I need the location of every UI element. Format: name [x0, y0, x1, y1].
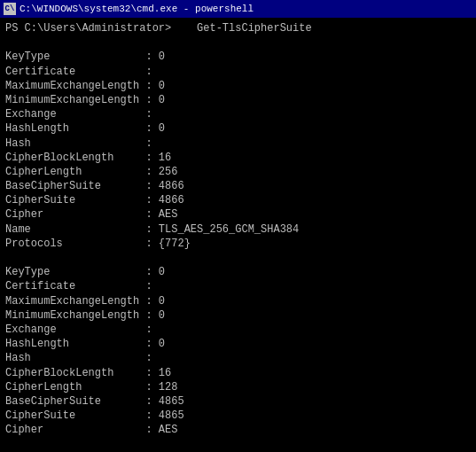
terminal-line: MaximumExchangeLength : 0 [5, 294, 471, 308]
terminal-line: Hash : [5, 136, 471, 151]
terminal-line: Certificate : [5, 65, 471, 79]
terminal-line: HashLength : 0 [5, 337, 471, 351]
terminal-line: CipherLength : 256 [5, 165, 471, 179]
terminal-line: CipherSuite : 4866 [5, 193, 471, 207]
terminal-line: CipherBlockLength : 16 [5, 151, 471, 165]
terminal-line: CipherBlockLength : 16 [5, 366, 471, 380]
terminal-line: Certificate : [5, 279, 471, 293]
terminal-line: Protocols : {772} [5, 237, 471, 251]
terminal-line: BaseCipherSuite : 4866 [5, 179, 471, 193]
title-bar: C\ C:\WINDOWS\system32\cmd.exe - powersh… [0, 0, 476, 18]
prompt-line: PS C:\Users\Administrator> Get-TlsCipher… [5, 21, 471, 35]
terminal-line: MaximumExchangeLength : 0 [5, 79, 471, 93]
terminal: PS C:\Users\Administrator> Get-TlsCipher… [0, 18, 476, 452]
terminal-line: Hash : [5, 351, 471, 365]
terminal-line: KeyType : 0 [5, 265, 471, 279]
terminal-line: Exchange : [5, 323, 471, 337]
terminal-line: Exchange : [5, 107, 471, 121]
terminal-line: CipherLength : 128 [5, 380, 471, 394]
terminal-line: KeyType : 0 [5, 50, 471, 64]
title-bar-text: C:\WINDOWS\system32\cmd.exe - powershell [20, 4, 254, 14]
cmd-icon: C\ [4, 3, 16, 15]
terminal-line: MinimumExchangeLength : 0 [5, 308, 471, 323]
terminal-line: CipherSuite : 4865 [5, 409, 471, 423]
terminal-line: BaseCipherSuite : 4865 [5, 394, 471, 409]
terminal-line: Name : TLS_AES_256_GCM_SHA384 [5, 222, 471, 237]
terminal-line: MinimumExchangeLength : 0 [5, 93, 471, 107]
terminal-line: HashLength : 0 [5, 121, 471, 136]
terminal-line: Cipher : AES [5, 423, 471, 437]
terminal-line: Cipher : AES [5, 207, 471, 222]
